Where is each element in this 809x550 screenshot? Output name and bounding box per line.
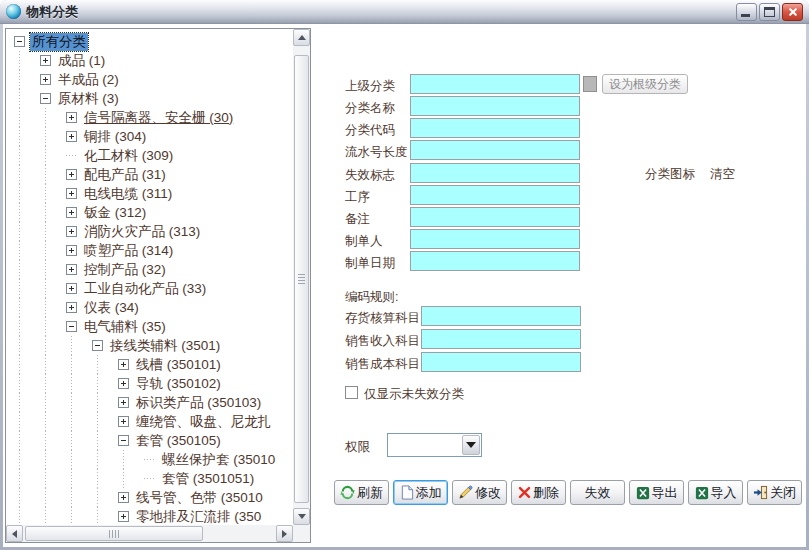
permission-select[interactable] xyxy=(387,433,482,457)
tree-item-label[interactable]: 化工材料 (309) xyxy=(82,147,175,165)
scroll-down-button[interactable] xyxy=(293,508,310,525)
expand-toggle-icon[interactable] xyxy=(66,112,77,123)
tree-item[interactable]: 信号隔离器、安全栅 (30) xyxy=(6,108,293,127)
tree-item[interactable]: 原材料 (3) xyxy=(6,89,293,108)
tree-horizontal-scrollbar[interactable] xyxy=(6,525,293,542)
expand-toggle-icon[interactable] xyxy=(66,283,77,294)
delete-button[interactable]: 删除 xyxy=(511,480,566,505)
clear-icon-link[interactable]: 清空 xyxy=(710,166,735,183)
tree-item-label[interactable]: 钣金 (312) xyxy=(82,204,148,222)
remarks-input[interactable] xyxy=(410,207,580,227)
tree-item-label[interactable]: 接线类辅料 (3501) xyxy=(108,337,222,355)
expand-toggle-icon[interactable] xyxy=(118,378,129,389)
tree-item[interactable]: 控制产品 (32) xyxy=(6,260,293,279)
tree-item-label[interactable]: 消防火灾产品 (313) xyxy=(82,223,202,241)
tree-item-label[interactable]: 套管 (350105) xyxy=(134,432,223,450)
tree-item-label[interactable]: 套管 (3501051) xyxy=(160,470,256,488)
tree-item[interactable]: 线槽 (350101) xyxy=(6,355,293,374)
category-code-input[interactable] xyxy=(410,118,580,138)
tree-item[interactable]: 化工材料 (309) xyxy=(6,146,293,165)
tree-item-label[interactable]: 所有分类 xyxy=(30,33,88,51)
tree-item-label[interactable]: 喷塑产品 (314) xyxy=(82,242,175,260)
tree-item[interactable]: 所有分类 xyxy=(6,32,293,51)
tree-item-label[interactable]: 零地排及汇流排 (350 xyxy=(134,508,263,526)
tree-item[interactable]: 零地排及汇流排 (350 xyxy=(6,507,293,525)
expand-toggle-icon[interactable] xyxy=(118,492,129,503)
collapse-toggle-icon[interactable] xyxy=(66,321,77,332)
process-input[interactable] xyxy=(410,185,580,205)
tree-item-label[interactable]: 工业自动化产品 (33) xyxy=(82,280,208,298)
set-root-button[interactable]: 设为根级分类 xyxy=(602,74,688,94)
tree-item[interactable]: 套管 (3501051) xyxy=(6,469,293,488)
vertical-scroll-thumb[interactable] xyxy=(294,55,309,503)
expand-toggle-icon[interactable] xyxy=(118,511,129,522)
expand-toggle-icon[interactable] xyxy=(66,226,77,237)
tree-item-label[interactable]: 仪表 (34) xyxy=(82,299,141,317)
tree-item-label[interactable]: 导轨 (350102) xyxy=(134,375,223,393)
creator-input[interactable] xyxy=(410,229,580,249)
expand-toggle-icon[interactable] xyxy=(118,359,129,370)
expand-toggle-icon[interactable] xyxy=(66,169,77,180)
horizontal-scroll-thumb[interactable] xyxy=(25,526,203,541)
scroll-right-button[interactable] xyxy=(276,525,293,542)
tree-item-label[interactable]: 信号隔离器、安全栅 (30) xyxy=(82,109,235,127)
tree-item[interactable]: 套管 (350105) xyxy=(6,431,293,450)
tree-item[interactable]: 成品 (1) xyxy=(6,51,293,70)
close-button[interactable]: 关闭 xyxy=(747,480,802,505)
tree-item[interactable]: 喷塑产品 (314) xyxy=(6,241,293,260)
tree-item-label[interactable]: 螺丝保护套 (35010 xyxy=(160,451,277,469)
tree-item[interactable]: 铜排 (304) xyxy=(6,127,293,146)
export-button[interactable]: 导出 xyxy=(629,480,684,505)
modify-button[interactable]: 修改 xyxy=(452,480,507,505)
collapse-toggle-icon[interactable] xyxy=(118,435,129,446)
combo-arrow-button[interactable] xyxy=(462,435,480,455)
tree-item-label[interactable]: 电线电缆 (311) xyxy=(82,185,174,203)
expand-toggle-icon[interactable] xyxy=(66,264,77,275)
inventory-account-input[interactable] xyxy=(421,306,581,326)
tree-item[interactable]: 钣金 (312) xyxy=(6,203,293,222)
serial-number-length-input[interactable] xyxy=(410,140,580,160)
tree-item-label[interactable]: 标识类产品 (350103) xyxy=(134,394,263,412)
tree-item-label[interactable]: 原材料 (3) xyxy=(56,90,121,108)
expand-toggle-icon[interactable] xyxy=(118,416,129,427)
expand-toggle-icon[interactable] xyxy=(40,55,51,66)
tree-item-label[interactable]: 成品 (1) xyxy=(56,52,107,70)
scroll-left-button[interactable] xyxy=(6,525,23,542)
scroll-up-button[interactable] xyxy=(293,29,310,46)
expand-toggle-icon[interactable] xyxy=(118,397,129,408)
tree-item-label[interactable]: 半成品 (2) xyxy=(56,71,121,89)
tree-item-label[interactable]: 电气辅料 (35) xyxy=(82,318,168,336)
tree-item-label[interactable]: 控制产品 (32) xyxy=(82,261,168,279)
parent-category-input[interactable] xyxy=(410,74,580,94)
tree-item[interactable]: 螺丝保护套 (35010 xyxy=(6,450,293,469)
minimize-button[interactable] xyxy=(736,3,757,21)
tree-vertical-scrollbar[interactable] xyxy=(293,29,310,525)
tree-item-label[interactable]: 线号管、色带 (35010 xyxy=(134,489,265,507)
expand-toggle-icon[interactable] xyxy=(66,131,77,142)
show-active-only-label[interactable]: 仅显示未失效分类 xyxy=(364,386,464,403)
tree-item[interactable]: 电气辅料 (35) xyxy=(6,317,293,336)
tree-item[interactable]: 接线类辅料 (3501) xyxy=(6,336,293,355)
tree-item-label[interactable]: 线槽 (350101) xyxy=(134,356,223,374)
close-button[interactable] xyxy=(782,3,803,21)
import-button[interactable]: 导入 xyxy=(688,480,743,505)
show-active-only-checkbox[interactable] xyxy=(345,386,358,399)
tree-item[interactable]: 工业自动化产品 (33) xyxy=(6,279,293,298)
tree-item-label[interactable]: 铜排 (304) xyxy=(82,128,148,146)
tree-item[interactable]: 线号管、色带 (35010 xyxy=(6,488,293,507)
category-name-input[interactable] xyxy=(410,96,580,116)
collapse-toggle-icon[interactable] xyxy=(40,93,51,104)
maximize-button[interactable] xyxy=(759,3,780,21)
tree-item-label[interactable]: 缠绕管、吸盘、尼龙扎 xyxy=(134,413,273,431)
tree-item[interactable]: 仪表 (34) xyxy=(6,298,293,317)
tree-item[interactable]: 配电产品 (31) xyxy=(6,165,293,184)
expand-toggle-icon[interactable] xyxy=(66,302,77,313)
tree-item[interactable]: 导轨 (350102) xyxy=(6,374,293,393)
expand-toggle-icon[interactable] xyxy=(40,74,51,85)
tree-item[interactable]: 标识类产品 (350103) xyxy=(6,393,293,412)
tree-item[interactable]: 消防火灾产品 (313) xyxy=(6,222,293,241)
sales-income-account-input[interactable] xyxy=(421,329,581,349)
expand-toggle-icon[interactable] xyxy=(66,188,77,199)
tree-item[interactable]: 缠绕管、吸盘、尼龙扎 xyxy=(6,412,293,431)
expand-toggle-icon[interactable] xyxy=(66,207,77,218)
